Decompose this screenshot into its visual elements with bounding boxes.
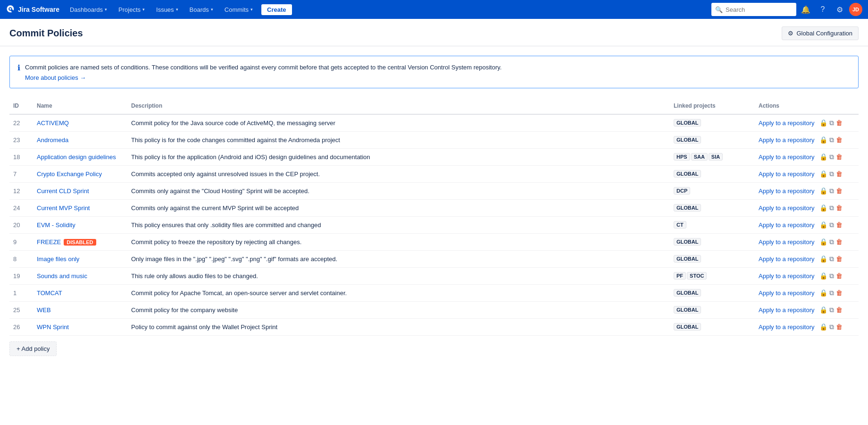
- cell-id: 7: [9, 165, 33, 182]
- delete-icon[interactable]: 🗑: [836, 170, 843, 178]
- copy-icon[interactable]: ⧉: [829, 323, 834, 331]
- copy-icon[interactable]: ⧉: [829, 153, 834, 161]
- copy-icon[interactable]: ⧉: [829, 238, 834, 246]
- policy-name-link[interactable]: Image files only: [37, 255, 79, 263]
- policy-name-link[interactable]: Andromeda: [37, 136, 68, 144]
- delete-icon[interactable]: 🗑: [836, 238, 843, 246]
- add-policy-button[interactable]: + Add policy: [9, 341, 57, 356]
- policy-name-link[interactable]: EVM - Solidity: [37, 221, 75, 229]
- cell-linked-projects: GLOBAL: [670, 233, 755, 250]
- page-header: Commit Policies ⚙ Global Configuration: [0, 19, 868, 46]
- apply-to-repository-link[interactable]: Apply to a repository: [759, 170, 815, 178]
- apply-to-repository-link[interactable]: Apply to a repository: [759, 204, 815, 212]
- nav-commits[interactable]: Commits ▾: [220, 0, 258, 19]
- app-logo[interactable]: Jira Software: [6, 5, 59, 14]
- copy-icon[interactable]: ⧉: [829, 272, 834, 280]
- project-badge: GLOBAL: [674, 306, 701, 314]
- apply-to-repository-link[interactable]: Apply to a repository: [759, 187, 815, 195]
- policy-name-link[interactable]: Application design guidelines: [37, 153, 116, 161]
- table-row: 8Image files onlyOnly image files in the…: [9, 250, 859, 267]
- policy-name-link[interactable]: Sounds and music: [37, 272, 87, 280]
- lock-icon[interactable]: 🔒: [819, 306, 827, 314]
- nav-projects[interactable]: Projects ▾: [114, 0, 150, 19]
- create-button[interactable]: Create: [261, 4, 292, 15]
- cell-linked-projects: PFSTOC: [670, 267, 755, 284]
- copy-icon[interactable]: ⧉: [829, 306, 834, 314]
- apply-to-repository-link[interactable]: Apply to a repository: [759, 238, 815, 246]
- delete-icon[interactable]: 🗑: [836, 272, 843, 280]
- apply-to-repository-link[interactable]: Apply to a repository: [759, 272, 815, 280]
- copy-icon[interactable]: ⧉: [829, 255, 834, 263]
- cell-id: 25: [9, 301, 33, 318]
- delete-icon[interactable]: 🗑: [836, 289, 843, 297]
- nav-issues[interactable]: Issues ▾: [151, 0, 183, 19]
- lock-icon[interactable]: 🔒: [819, 221, 827, 229]
- nav-boards[interactable]: Boards ▾: [185, 0, 218, 19]
- copy-icon[interactable]: ⧉: [829, 204, 834, 212]
- lock-icon[interactable]: 🔒: [819, 170, 827, 178]
- cell-name: TOMCAT: [33, 284, 127, 301]
- policy-name-link[interactable]: Current MVP Sprint: [37, 204, 90, 212]
- lock-icon[interactable]: 🔒: [819, 119, 827, 127]
- lock-icon[interactable]: 🔒: [819, 238, 827, 246]
- delete-icon[interactable]: 🗑: [836, 136, 843, 144]
- delete-icon[interactable]: 🗑: [836, 221, 843, 229]
- policy-name-link[interactable]: WPN Sprint: [37, 323, 69, 331]
- apply-to-repository-link[interactable]: Apply to a repository: [759, 255, 815, 263]
- copy-icon[interactable]: ⧉: [829, 119, 834, 127]
- copy-icon[interactable]: ⧉: [829, 289, 834, 297]
- lock-icon[interactable]: 🔒: [819, 289, 827, 297]
- search-box[interactable]: 🔍: [711, 3, 796, 16]
- apply-to-repository-link[interactable]: Apply to a repository: [759, 306, 815, 314]
- top-navigation: Jira Software Dashboards ▾ Projects ▾ Is…: [0, 0, 868, 19]
- policy-name-link[interactable]: Crypto Exchange Policy: [37, 170, 102, 178]
- page-title: Commit Policies: [9, 28, 83, 39]
- delete-icon[interactable]: 🗑: [836, 204, 843, 212]
- delete-icon[interactable]: 🗑: [836, 153, 843, 161]
- policy-name-link[interactable]: WEB: [37, 306, 51, 314]
- lock-icon[interactable]: 🔒: [819, 204, 827, 212]
- copy-icon[interactable]: ⧉: [829, 136, 834, 144]
- settings-icon[interactable]: ⚙: [832, 2, 847, 17]
- policy-name-link[interactable]: TOMCAT: [37, 289, 62, 297]
- delete-icon[interactable]: 🗑: [836, 119, 843, 127]
- notifications-icon[interactable]: 🔔: [798, 2, 813, 17]
- help-icon[interactable]: ?: [815, 2, 830, 17]
- lock-icon[interactable]: 🔒: [819, 255, 827, 263]
- copy-icon[interactable]: ⧉: [829, 221, 834, 229]
- apply-to-repository-link[interactable]: Apply to a repository: [759, 119, 815, 127]
- apply-to-repository-link[interactable]: Apply to a repository: [759, 289, 815, 297]
- policy-name-link[interactable]: Current CLD Sprint: [37, 187, 89, 195]
- copy-icon[interactable]: ⧉: [829, 187, 834, 195]
- delete-icon[interactable]: 🗑: [836, 187, 843, 195]
- apply-to-repository-link[interactable]: Apply to a repository: [759, 153, 815, 161]
- delete-icon[interactable]: 🗑: [836, 306, 843, 314]
- cell-description: Only image files in the ".jpg" ".jpeg" "…: [127, 250, 670, 267]
- project-badge: CT: [674, 221, 686, 229]
- user-avatar[interactable]: JD: [849, 3, 862, 16]
- delete-icon[interactable]: 🗑: [836, 323, 843, 331]
- lock-icon[interactable]: 🔒: [819, 136, 827, 144]
- policy-name-link[interactable]: FREEZE: [37, 238, 61, 246]
- lock-icon[interactable]: 🔒: [819, 272, 827, 280]
- more-about-policies-link[interactable]: More about policies →: [25, 74, 86, 81]
- lock-icon[interactable]: 🔒: [819, 187, 827, 195]
- cell-actions: Apply to a repository🔒⧉🗑: [755, 267, 859, 284]
- chevron-down-icon: ▾: [105, 7, 107, 12]
- lock-icon[interactable]: 🔒: [819, 323, 827, 331]
- nav-dashboards[interactable]: Dashboards ▾: [65, 0, 112, 19]
- search-icon: 🔍: [715, 6, 723, 13]
- apply-to-repository-link[interactable]: Apply to a repository: [759, 221, 815, 229]
- project-badge: DCP: [674, 187, 690, 195]
- copy-icon[interactable]: ⧉: [829, 170, 834, 178]
- search-input[interactable]: [726, 6, 793, 13]
- delete-icon[interactable]: 🗑: [836, 255, 843, 263]
- chevron-down-icon: ▾: [211, 7, 213, 12]
- apply-to-repository-link[interactable]: Apply to a repository: [759, 323, 815, 331]
- lock-icon[interactable]: 🔒: [819, 153, 827, 161]
- chevron-down-icon: ▾: [250, 7, 253, 12]
- apply-to-repository-link[interactable]: Apply to a repository: [759, 136, 815, 144]
- policy-name-link[interactable]: ACTIVEMQ: [37, 119, 69, 127]
- project-badge: PF: [674, 272, 686, 280]
- global-config-button[interactable]: ⚙ Global Configuration: [782, 26, 859, 40]
